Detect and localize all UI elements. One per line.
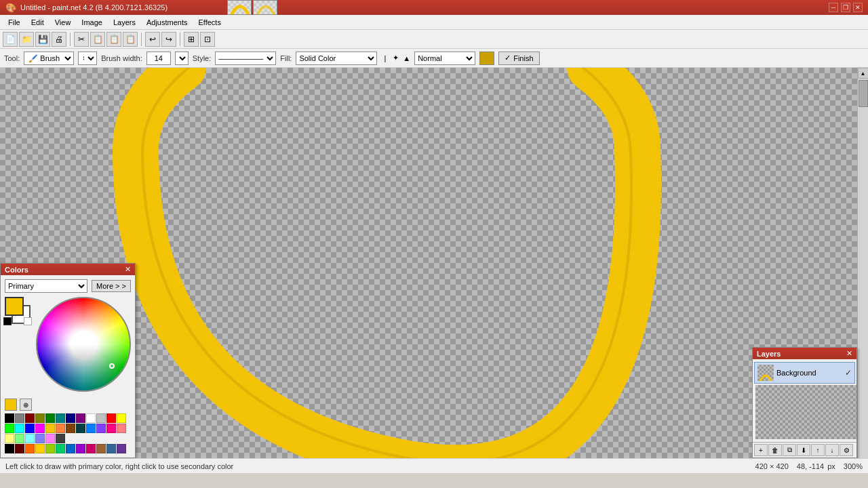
fill-select[interactable]: Solid Color No Fill Linear Gradient [296,52,377,65]
vertical-scrollbar[interactable]: ▲ ▼ [857,68,868,473]
scroll-up-button[interactable]: ▲ [858,68,869,79]
merge-layer-button[interactable]: ⬇ [797,444,810,456]
extra-8[interactable] [86,444,96,453]
minimize-button[interactable]: ─ [829,3,838,12]
copy-button[interactable]: 📋 [90,32,105,47]
layer-visible-checkbox[interactable]: ✓ [845,368,852,378]
palette-green[interactable] [45,413,55,423]
palette-olive[interactable] [35,413,45,423]
crop-button[interactable]: ⊞ [184,32,199,47]
mode-select[interactable]: Normal Multiply Screen [414,52,475,65]
palette-white[interactable] [86,413,96,423]
palette-purple[interactable] [76,413,85,423]
move-down-button[interactable]: ↓ [825,444,839,456]
palette-teal[interactable] [56,413,65,423]
extra-2[interactable] [25,444,35,453]
palette-red[interactable] [106,413,116,423]
palette-salmon[interactable] [117,424,126,433]
move-up-button[interactable]: ↑ [811,444,825,456]
extra-4[interactable] [45,444,55,453]
palette-maroon[interactable] [25,413,35,423]
extra-black[interactable] [5,444,14,453]
statusbar: Left click to draw with primary color, r… [0,458,868,473]
thumbnail-2[interactable] [253,0,277,15]
color-wheel-disc[interactable] [36,297,131,392]
palette-orange[interactable] [56,424,65,433]
palette-yellow[interactable] [117,413,126,423]
white-swatch[interactable] [24,317,32,325]
palette-lightyellow[interactable] [5,434,14,443]
paste-button[interactable]: 📋 [106,32,121,47]
menu-edit[interactable]: Edit [26,17,50,28]
tool-mode-select[interactable]: ✱ [78,52,97,65]
palette-skyblue[interactable] [86,424,96,433]
palette-lightpink[interactable] [45,434,55,443]
new-button[interactable]: 📄 [3,32,18,47]
add-layer-button[interactable]: + [754,444,768,456]
palette-black[interactable] [5,413,14,423]
layers-close-button[interactable]: ✕ [846,349,852,358]
extra-3[interactable] [35,444,45,453]
palette-lime[interactable] [5,424,14,433]
tool-select[interactable]: ✏️ Pencil 🖌️ Brush [24,52,74,65]
brush-width-input[interactable] [146,52,171,65]
brush-width-stepper[interactable]: ▾ [175,52,189,65]
open-button[interactable]: 📁 [19,32,34,47]
scroll-thumb[interactable] [859,80,868,107]
save-button[interactable]: 💾 [35,32,50,47]
delete-layer-button[interactable]: 🗑 [768,444,782,456]
palette-darkteal[interactable] [76,424,85,433]
cut-button[interactable]: ✂ [74,32,89,47]
palette-lightcyan[interactable] [25,434,35,443]
palette-darkgray[interactable] [56,434,65,443]
layer-properties-button[interactable]: ⚙ [840,444,853,456]
resize-button[interactable]: ⊡ [200,32,215,47]
color-type-select[interactable]: Primary Secondary [5,279,87,293]
palette-pink[interactable] [106,424,116,433]
palette-brown[interactable] [66,424,75,433]
close-button[interactable]: ✕ [853,3,863,12]
paste2-button[interactable]: 📋 [123,32,138,47]
palette-blue[interactable] [25,424,35,433]
color-tool-1[interactable] [5,399,17,411]
palette-gray[interactable] [15,413,24,423]
black-swatch[interactable] [3,317,12,325]
palette-silver[interactable] [96,413,106,423]
menu-view[interactable]: View [50,17,77,28]
color-tool-2[interactable]: ⊕ [20,399,32,411]
palette-cyan[interactable] [15,424,24,433]
redo-button[interactable]: ↪ [161,32,176,47]
layer-item-background[interactable]: Background ✓ [754,362,855,384]
palette-lightgreen[interactable] [15,434,24,443]
color-preview[interactable] [479,52,494,65]
print-button[interactable]: 🖨 [52,32,66,47]
finish-button[interactable]: ✓ Finish [498,52,539,65]
more-colors-button[interactable]: More > > [92,280,131,292]
menu-layers[interactable]: Layers [108,17,141,28]
layer-thumbnail [757,365,774,381]
extra-9[interactable] [96,444,106,453]
menu-image[interactable]: Image [76,17,108,28]
palette-magenta[interactable] [35,424,45,433]
undo-button[interactable]: ↩ [145,32,160,47]
extra-1[interactable] [15,444,24,453]
extra-7[interactable] [76,444,85,453]
style-select[interactable]: —————— [215,52,276,65]
extra-6[interactable] [66,444,75,453]
menu-file[interactable]: File [3,17,26,28]
extra-10[interactable] [106,444,116,453]
palette-lightblue[interactable] [35,434,45,443]
palette-gold[interactable] [45,424,55,433]
palette-violet[interactable] [96,424,106,433]
palette-navy[interactable] [66,413,75,423]
extra-5[interactable] [56,444,65,453]
color-wheel[interactable] [36,297,131,392]
extra-11[interactable] [117,444,126,453]
menu-adjustments[interactable]: Adjustments [141,17,193,28]
menu-effects[interactable]: Effects [193,17,226,28]
primary-color-swatch[interactable] [5,297,24,316]
thumbnail-1[interactable] [227,0,252,15]
colors-close-button[interactable]: ✕ [125,265,131,274]
duplicate-layer-button[interactable]: ⧉ [783,444,796,456]
restore-button[interactable]: ❐ [841,3,850,12]
